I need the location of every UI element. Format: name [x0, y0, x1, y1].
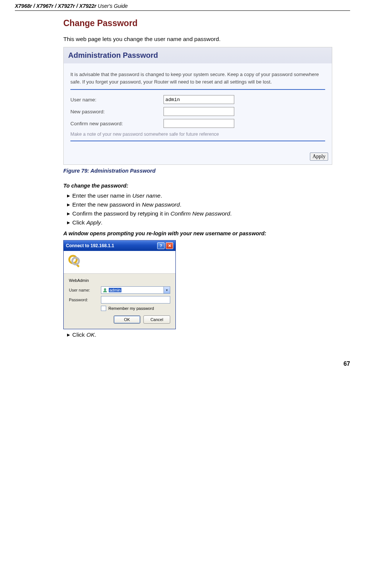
step-enter-new-password: ▸Enter the new password in New password. [67, 201, 350, 208]
login-username-label: User name: [69, 288, 101, 292]
new-password-input[interactable] [164, 107, 234, 116]
login-keyband [64, 251, 175, 274]
bullet-arrow-icon: ▸ [67, 331, 70, 338]
login-dialog: Connect to 192.168.1.1 ? ✕ WebAdmin [63, 240, 176, 329]
relogin-prompt-heading: A window opens prompting you re-login wi… [63, 230, 350, 236]
cancel-button[interactable]: Cancel [143, 315, 170, 324]
step-click-ok: ▸Click OK. [67, 331, 350, 338]
confirm-password-input[interactable] [164, 119, 234, 128]
login-username-value: admin [109, 288, 121, 292]
admin-banner: Administration Password [64, 47, 332, 63]
user-name-label: User name: [70, 97, 164, 103]
apply-button[interactable]: Apply [310, 152, 328, 161]
close-button[interactable]: ✕ [166, 242, 173, 249]
header-suffix: User's Guide [96, 3, 128, 9]
to-change-password-heading: To change the password: [63, 183, 350, 189]
section-title: Change Password [63, 18, 350, 28]
admin-divider-top [70, 89, 325, 90]
login-password-label: Password: [69, 298, 101, 302]
ok-button[interactable]: OK [114, 315, 140, 324]
header-models: X7968r / X7967r / X7927r / X7922r [15, 3, 96, 9]
user-name-input[interactable] [164, 95, 234, 104]
admin-note: Make a note of your new password somewhe… [70, 132, 325, 137]
step-enter-username: ▸Enter the user name in User name. [67, 192, 350, 199]
login-titlebar: Connect to 192.168.1.1 ? ✕ [64, 240, 175, 251]
step-confirm-password: ▸Confirm the password by retyping it in … [67, 210, 350, 217]
step-click-apply: ▸Click Apply. [67, 219, 350, 226]
running-header: X7968r / X7967r / X7927r / X7922r User's… [15, 0, 350, 10]
bullet-arrow-icon: ▸ [67, 201, 70, 208]
login-realm: WebAdmin [69, 278, 170, 283]
admin-advice: It is advisable that the password is cha… [70, 71, 325, 85]
admin-divider-bottom [70, 141, 325, 141]
login-username-select[interactable]: admin ▼ [101, 286, 170, 294]
figure-caption: Figure 79: Administration Password [63, 168, 350, 174]
intro-text: This web page lets you change the user n… [63, 36, 350, 43]
help-button[interactable]: ? [157, 242, 165, 249]
confirm-password-label: Confirm new password: [70, 121, 164, 126]
new-password-label: New password: [70, 109, 164, 114]
admin-password-screenshot: Administration Password It is advisable … [63, 47, 332, 165]
bullet-arrow-icon: ▸ [67, 210, 70, 217]
login-password-input[interactable] [101, 296, 170, 304]
remember-password-label: Remember my password [108, 306, 154, 311]
remember-password-checkbox[interactable] [101, 306, 106, 311]
user-icon [102, 287, 108, 293]
keys-icon [68, 255, 83, 270]
bullet-arrow-icon: ▸ [67, 219, 70, 226]
bullet-arrow-icon: ▸ [67, 192, 70, 199]
chevron-down-icon[interactable]: ▼ [164, 287, 170, 293]
svg-point-3 [104, 288, 106, 290]
login-title: Connect to 192.168.1.1 [66, 243, 114, 248]
header-rule [15, 10, 350, 11]
page-number: 67 [15, 361, 350, 367]
